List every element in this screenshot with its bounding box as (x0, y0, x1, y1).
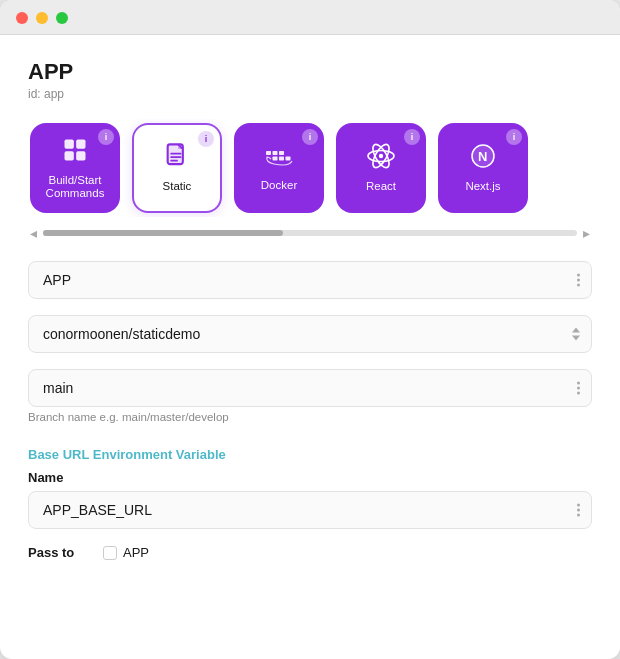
card-label-static: Static (163, 180, 192, 194)
pass-to-app-checkbox[interactable] (103, 546, 117, 560)
cards-container: i Build/StartCommands i (28, 119, 592, 217)
pass-to-app-checkbox-label[interactable]: APP (103, 545, 149, 560)
form-section: conormoonen/staticdemo Branch (28, 261, 592, 560)
cards-wrapper: i Build/StartCommands i (28, 119, 592, 217)
pass-to-row: Pass to APP (28, 545, 592, 560)
pass-to-label: Pass to (28, 545, 93, 560)
card-label-nextjs: Next.js (465, 180, 500, 194)
card-docker[interactable]: i Docker (234, 123, 324, 213)
card-static[interactable]: i Static (132, 123, 222, 213)
svg-rect-0 (65, 139, 74, 148)
svg-rect-1 (76, 139, 85, 148)
svg-rect-10 (273, 151, 278, 155)
svg-rect-13 (279, 157, 284, 161)
base-url-heading: Base URL Environment Variable (28, 447, 592, 462)
card-info-badge-nextjs[interactable]: i (506, 129, 522, 145)
name-input-group (28, 261, 592, 299)
scrollbar-track[interactable] (43, 230, 577, 236)
card-info-badge-docker[interactable]: i (302, 129, 318, 145)
branch-input-group: Branch name e.g. main/master/develop (28, 369, 592, 423)
card-label-react: React (366, 180, 396, 194)
name-label: Name (28, 470, 592, 485)
card-icon-react (366, 142, 396, 174)
svg-rect-11 (279, 151, 284, 155)
svg-rect-12 (273, 157, 278, 161)
pass-to-app-name: APP (123, 545, 149, 560)
page-title: APP (28, 59, 592, 85)
title-bar (0, 0, 620, 35)
base-url-section: Base URL Environment Variable Name Pass (28, 439, 592, 560)
card-icon-build (61, 136, 89, 168)
svg-rect-9 (266, 151, 271, 155)
svg-rect-3 (76, 151, 85, 160)
card-info-badge-react[interactable]: i (404, 129, 420, 145)
app-window: APP id: app i Build/StartComman (0, 0, 620, 659)
card-nextjs[interactable]: i N Next.js (438, 123, 528, 213)
branch-input[interactable] (28, 369, 592, 407)
scrollbar-area: ◂ ▸ (28, 225, 592, 241)
card-icon-nextjs: N (469, 142, 497, 174)
scroll-right-arrow[interactable]: ▸ (581, 225, 592, 241)
close-button[interactable] (16, 12, 28, 24)
main-content: APP id: app i Build/StartComman (0, 35, 620, 588)
base-url-input[interactable] (28, 491, 592, 529)
branch-hint: Branch name e.g. main/master/develop (28, 411, 592, 423)
svg-text:N: N (478, 149, 487, 164)
card-icon-static (163, 142, 191, 174)
maximize-button[interactable] (56, 12, 68, 24)
card-info-badge-build[interactable]: i (98, 129, 114, 145)
repo-select-group: conormoonen/staticdemo (28, 315, 592, 353)
card-icon-docker (264, 143, 294, 173)
card-label-docker: Docker (261, 179, 297, 193)
card-info-badge-static[interactable]: i (198, 131, 214, 147)
page-id: id: app (28, 87, 592, 101)
card-build-start[interactable]: i Build/StartCommands (30, 123, 120, 213)
name-input[interactable] (28, 261, 592, 299)
base-url-input-group (28, 491, 592, 529)
svg-rect-2 (65, 151, 74, 160)
repo-select[interactable]: conormoonen/staticdemo (28, 315, 592, 353)
card-label-build: Build/StartCommands (46, 174, 105, 202)
minimize-button[interactable] (36, 12, 48, 24)
scroll-left-arrow[interactable]: ◂ (28, 225, 39, 241)
scrollbar-thumb (43, 230, 283, 236)
svg-rect-14 (286, 157, 291, 161)
svg-point-18 (379, 154, 383, 158)
card-react[interactable]: i React (336, 123, 426, 213)
